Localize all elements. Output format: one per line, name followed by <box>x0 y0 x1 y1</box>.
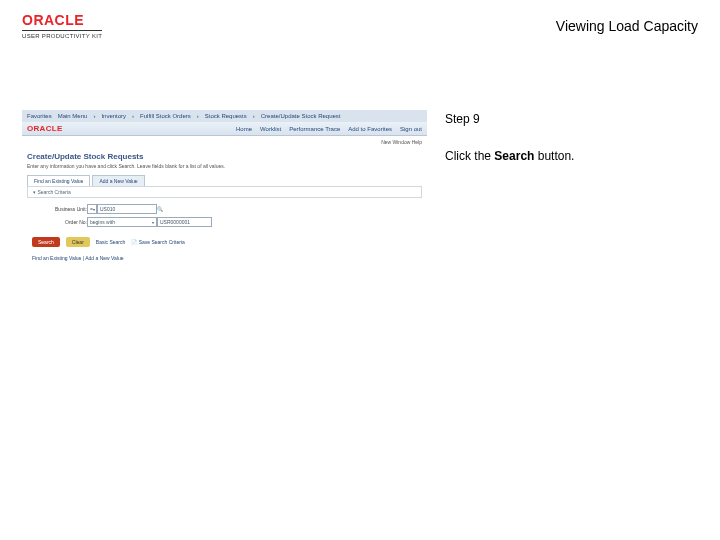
logo-subtitle: USER PRODUCTIVITY KIT <box>22 30 102 39</box>
instruction-suffix: button. <box>534 149 574 163</box>
app-oracle-logo: ORACLE <box>27 124 63 133</box>
search-form: Business Unit: =▾ US010 🔍 Order No: begi… <box>22 198 427 233</box>
clear-button[interactable]: Clear <box>66 237 90 247</box>
oracle-logo: ORACLE <box>22 12 102 28</box>
brand-block: ORACLE USER PRODUCTIVITY KIT <box>22 12 102 39</box>
crumb-item[interactable]: Fulfill Stock Orders <box>140 113 191 119</box>
instruction-prefix: Click the <box>445 149 494 163</box>
app-header: ORACLE Home Worklist Performance Trace A… <box>22 122 427 136</box>
tab-find-existing[interactable]: Find an Existing Value <box>27 175 90 186</box>
search-criteria-header[interactable]: ▾ Search Criteria <box>27 186 422 198</box>
step-label: Step 9 <box>445 110 698 129</box>
crumb-sep: › <box>253 113 255 119</box>
button-row: Search Clear Basic Search 📄 Save Search … <box>22 233 427 255</box>
crumb-item[interactable]: Inventory <box>101 113 126 119</box>
instruction-pane: Step 9 Click the Search button. <box>445 110 698 261</box>
search-button[interactable]: Search <box>32 237 60 247</box>
business-unit-field[interactable]: US010 <box>97 204 157 214</box>
top-link-signout[interactable]: Sign out <box>400 126 422 132</box>
business-unit-label: Business Unit: <box>32 206 87 212</box>
tab-add-new[interactable]: Add a New Value <box>92 175 144 186</box>
tabset: Find an Existing Value Add a New Value <box>22 175 427 186</box>
app-page-title: Create/Update Stock Requests <box>22 148 427 163</box>
breadcrumb: Favorites Main Menu › Inventory › Fulfil… <box>22 110 427 122</box>
crumb-item[interactable]: Favorites <box>27 113 52 119</box>
order-no-op[interactable]: begins with▾ <box>87 217 157 227</box>
document-title: Viewing Load Capacity <box>556 18 698 34</box>
business-unit-op[interactable]: =▾ <box>87 204 97 214</box>
instruction-text: Click the Search button. <box>445 147 698 166</box>
top-link-home[interactable]: Home <box>236 126 252 132</box>
instruction-bold: Search <box>494 149 534 163</box>
top-link-perf-trace[interactable]: Performance Trace <box>289 126 340 132</box>
basic-search-link[interactable]: Basic Search <box>96 239 125 245</box>
bottom-tab-links[interactable]: Find an Existing Value | Add a New Value <box>22 255 427 261</box>
crumb-sep: › <box>197 113 199 119</box>
main-content: Favorites Main Menu › Inventory › Fulfil… <box>22 110 698 261</box>
app-page-desc: Enter any information you have and click… <box>22 163 427 175</box>
top-link-worklist[interactable]: Worklist <box>260 126 281 132</box>
top-link-favorites[interactable]: Add to Favorites <box>348 126 392 132</box>
chevron-down-icon: ▾ <box>152 220 154 225</box>
status-bar: New Window Help <box>22 136 427 148</box>
order-no-label: Order No: <box>32 219 87 225</box>
crumb-item[interactable]: Stock Requests <box>205 113 247 119</box>
app-top-links: Home Worklist Performance Trace Add to F… <box>236 126 422 132</box>
chevron-down-icon: ▾ <box>93 207 95 212</box>
app-screenshot: Favorites Main Menu › Inventory › Fulfil… <box>22 110 427 261</box>
lookup-icon[interactable]: 🔍 <box>157 206 167 212</box>
order-no-field[interactable]: USR0000001 <box>157 217 212 227</box>
crumb-item[interactable]: Main Menu <box>58 113 88 119</box>
crumb-sep: › <box>93 113 95 119</box>
page-header: ORACLE USER PRODUCTIVITY KIT Viewing Loa… <box>0 0 720 45</box>
save-criteria-link[interactable]: 📄 Save Search Criteria <box>131 239 185 245</box>
crumb-sep: › <box>132 113 134 119</box>
crumb-item[interactable]: Create/Update Stock Request <box>261 113 341 119</box>
